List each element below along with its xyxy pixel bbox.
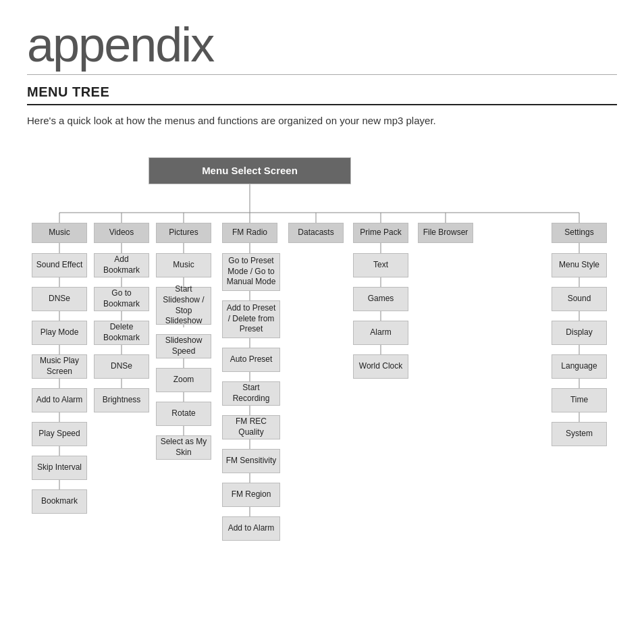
child-world-clock: World Clock [353, 354, 408, 379]
child-play-mode: Play Mode [32, 321, 87, 345]
top-node-settings: Settings [552, 223, 607, 243]
child-time: Time [552, 388, 607, 412]
top-node-filebrowser: File Browser [418, 223, 473, 243]
child-fm-sensitivity: FM Sensitivity [222, 449, 280, 473]
top-node-pictures: Pictures [156, 223, 211, 243]
child-start-slideshow: Start Slideshow / Stop Slideshow [156, 287, 211, 325]
child-dnse-videos: DNSe [94, 354, 149, 379]
top-node-music: Music [32, 223, 87, 243]
child-go-to-bookmark: Go to Bookmark [94, 287, 149, 311]
top-node-fmradio: FM Radio [222, 223, 277, 243]
child-add-to-alarm-music: Add to Alarm [32, 388, 87, 412]
top-node-videos: Videos [94, 223, 149, 243]
top-node-datacasts: Datacasts [288, 223, 344, 243]
child-sound: Sound [552, 287, 607, 311]
child-text: Text [353, 253, 408, 277]
child-display: Display [552, 321, 607, 345]
child-auto-preset: Auto Preset [222, 348, 280, 372]
child-music-pictures: Music [156, 253, 211, 277]
child-add-to-preset: Add to Preset / Delete from Preset [222, 300, 280, 338]
page-title: appendix [27, 20, 617, 75]
child-zoom: Zoom [156, 368, 211, 392]
child-rotate: Rotate [156, 402, 211, 426]
child-add-bookmark: Add Bookmark [94, 253, 149, 277]
child-fm-region: FM Region [222, 483, 280, 507]
child-games: Games [353, 287, 408, 311]
child-start-recording: Start Recording [222, 381, 280, 406]
section-title: MENU TREE [27, 84, 617, 105]
child-delete-bookmark: Delete Bookmark [94, 321, 149, 345]
child-alarm: Alarm [353, 321, 408, 345]
child-add-to-alarm-fm: Add to Alarm [222, 516, 280, 541]
child-menu-style: Menu Style [552, 253, 607, 277]
child-select-as-my-skin: Select as My Skin [156, 435, 211, 460]
child-play-speed: Play Speed [32, 422, 87, 446]
child-music-play-screen: Music Play Screen [32, 354, 87, 379]
root-node: Menu Select Screen [149, 157, 351, 184]
child-language: Language [552, 354, 607, 379]
child-bookmark-music: Bookmark [32, 489, 87, 514]
child-brightness-videos: Brightness [94, 388, 149, 412]
top-node-primepack: Prime Pack [353, 223, 408, 243]
intro-text: Here's a quick look at how the menus and… [27, 113, 617, 129]
child-slideshow-speed: Slideshow Speed [156, 334, 211, 358]
child-goto-preset-mode: Go to Preset Mode / Go to Manual Mode [222, 253, 280, 291]
child-system: System [552, 422, 607, 446]
child-sound-effect: Sound Effect [32, 253, 87, 277]
child-fm-rec-quality: FM REC Quality [222, 415, 280, 439]
child-dnse-music: DNSe [32, 287, 87, 311]
menu-tree: Menu Select Screen Music Videos Pictures… [27, 145, 614, 631]
child-skip-interval: Skip Interval [32, 456, 87, 480]
